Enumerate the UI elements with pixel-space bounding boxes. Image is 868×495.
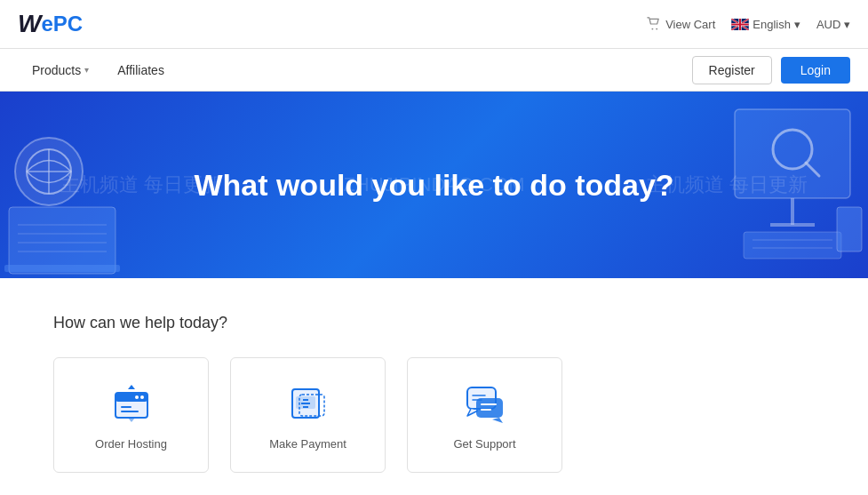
make-payment-label: Make Payment bbox=[269, 437, 346, 451]
currency-arrow: ▾ bbox=[844, 18, 850, 31]
hero-headline: What would you like to do today? bbox=[194, 168, 673, 203]
logo-epc: ePC bbox=[41, 12, 83, 36]
login-button[interactable]: Login bbox=[781, 57, 850, 84]
language-label: English bbox=[753, 18, 791, 31]
svg-rect-13 bbox=[735, 109, 850, 198]
order-hosting-card[interactable]: Order Hosting bbox=[53, 357, 209, 473]
help-section: How can we help today? Order Hosting bbox=[0, 278, 868, 495]
currency-selector[interactable]: AUD ▾ bbox=[816, 18, 850, 31]
make-payment-icon bbox=[285, 380, 331, 427]
top-bar: WePC View Cart English ▾ AUD ▾ bbox=[0, 0, 868, 49]
get-support-label: Get Support bbox=[453, 437, 515, 451]
order-hosting-icon bbox=[108, 380, 155, 427]
get-support-icon bbox=[462, 380, 508, 427]
language-selector[interactable]: English ▾ bbox=[731, 18, 800, 31]
currency-label: AUD bbox=[816, 18, 840, 31]
hero-laptop-illustration bbox=[0, 92, 178, 278]
svg-point-0 bbox=[652, 28, 654, 30]
register-button[interactable]: Register bbox=[692, 56, 772, 84]
nav-bar: Products ▾ Affiliates Register Login bbox=[0, 49, 868, 92]
nav-left: Products ▾ Affiliates bbox=[18, 49, 179, 92]
svg-point-24 bbox=[140, 395, 144, 399]
svg-rect-21 bbox=[837, 207, 862, 251]
cart-icon bbox=[647, 17, 661, 31]
top-bar-right: View Cart English ▾ AUD ▾ bbox=[647, 17, 850, 31]
make-payment-card[interactable]: Make Payment bbox=[230, 357, 386, 473]
language-arrow: ▾ bbox=[794, 18, 800, 31]
nav-products-label: Products bbox=[32, 63, 81, 77]
get-support-card[interactable]: Get Support bbox=[407, 357, 562, 473]
view-cart-button[interactable]: View Cart bbox=[647, 17, 715, 31]
flag-icon bbox=[731, 19, 749, 30]
svg-rect-35 bbox=[476, 398, 503, 418]
logo[interactable]: WePC bbox=[18, 10, 83, 38]
order-hosting-label: Order Hosting bbox=[95, 437, 167, 451]
svg-rect-7 bbox=[9, 207, 115, 274]
nav-affiliates-label: Affiliates bbox=[117, 63, 164, 77]
svg-point-25 bbox=[135, 395, 139, 399]
nav-products[interactable]: Products ▾ bbox=[18, 49, 103, 92]
svg-rect-18 bbox=[744, 232, 841, 259]
nav-affiliates[interactable]: Affiliates bbox=[103, 49, 179, 92]
view-cart-label: View Cart bbox=[665, 18, 715, 31]
help-title: How can we help today? bbox=[53, 314, 815, 332]
svg-rect-8 bbox=[4, 265, 120, 272]
logo-w: W bbox=[18, 10, 41, 38]
svg-rect-26 bbox=[121, 406, 131, 408]
hero-banner: 主机频道 每日更新 ZHUJIPINDAO.COM 主机频道 每日更新 What… bbox=[0, 92, 868, 278]
hero-desktop-illustration bbox=[690, 92, 868, 278]
products-chevron-icon: ▾ bbox=[84, 65, 89, 75]
help-cards: Order Hosting Make Payment bbox=[53, 357, 815, 473]
nav-right: Register Login bbox=[692, 56, 850, 84]
svg-rect-27 bbox=[121, 411, 139, 412]
svg-point-1 bbox=[656, 28, 657, 30]
